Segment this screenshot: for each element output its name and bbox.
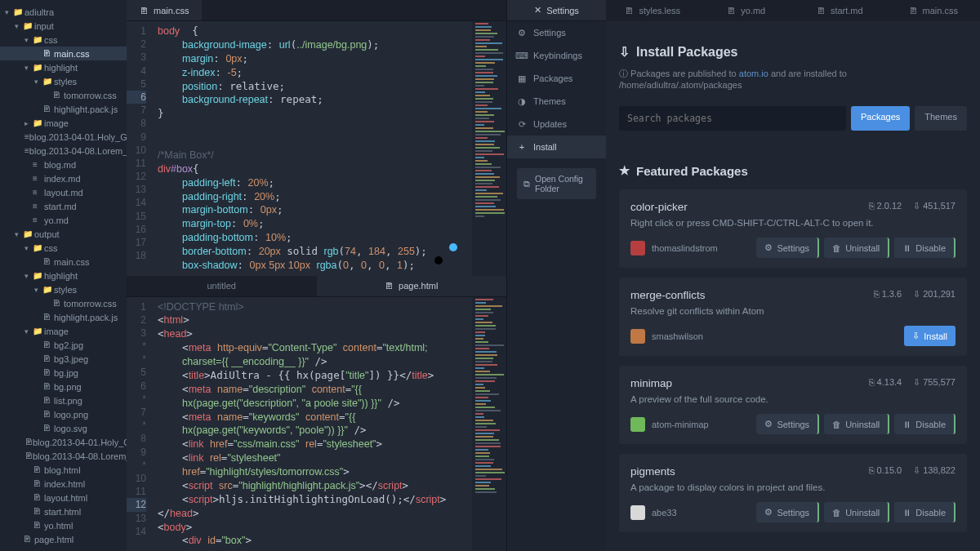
editor-pane-top[interactable]: 123456789101112131415161718 body { backg… bbox=[127, 21, 506, 276]
code-area[interactable]: body { background-image: url(../image/bg… bbox=[151, 21, 506, 276]
tree-item[interactable]: 🖹list.png bbox=[0, 393, 127, 407]
card-author[interactable]: thomaslindstrom bbox=[630, 241, 718, 256]
tree-item[interactable]: 🖹highlight.pack.js bbox=[0, 310, 127, 324]
tree-item[interactable]: ▾📁styles bbox=[0, 282, 127, 296]
tree-item[interactable]: 🖹blog.2013-04-08.Lorem_I… bbox=[0, 449, 127, 463]
tree-item[interactable]: 🖹highlight.pack.js bbox=[0, 102, 127, 116]
tree-item[interactable]: ≡yo.md bbox=[0, 213, 127, 227]
editor-pane-bottom[interactable]: 123**56*7*89*1011121314 <!DOCTYPE html> … bbox=[127, 297, 506, 552]
install-button[interactable]: ⇩Install bbox=[904, 326, 956, 346]
card-desc: A preview of the full source code. bbox=[630, 394, 956, 404]
card-author[interactable]: abe33 bbox=[630, 505, 677, 520]
package-card-merge-conflicts: ⎘ 1.3.6 ⇩ 201,291 merge-conflicts Resolv… bbox=[619, 278, 967, 356]
tree-item[interactable]: 🖹start.html bbox=[0, 504, 127, 518]
file-icon: 🖹 bbox=[817, 6, 826, 16]
tree-item[interactable]: ≡blog.md bbox=[0, 158, 127, 171]
card-author[interactable]: atom-minimap bbox=[630, 417, 709, 432]
uninstall-icon: 🗑 bbox=[832, 420, 841, 429]
uninstall-button[interactable]: 🗑Uninstall bbox=[824, 238, 889, 258]
packages-status: ⓘ Packages are published to atom.io and … bbox=[619, 68, 967, 90]
settings-nav-install[interactable]: +Install bbox=[507, 136, 606, 158]
tab-page-html[interactable]: 🖹page.html bbox=[317, 276, 507, 296]
tools-icon: ✕ bbox=[534, 5, 541, 16]
tree-item[interactable]: 🖹yo.html bbox=[0, 518, 127, 532]
tree-item[interactable]: 🖹layout.html bbox=[0, 491, 127, 504]
gutter: 123456789101112131415161718 bbox=[127, 21, 151, 276]
packages-panel: ⇩Install Packages ⓘ Packages are publish… bbox=[606, 21, 980, 551]
tree-item[interactable]: ≡index.md bbox=[0, 171, 127, 185]
keybindings-icon: ⌨ bbox=[517, 51, 527, 60]
settings-nav-keybindings[interactable]: ⌨Keybindings bbox=[507, 44, 606, 67]
themes-icon: ◑ bbox=[517, 96, 527, 106]
tree-item[interactable]: 🖹main.css bbox=[0, 255, 127, 269]
tree-item[interactable]: 🖹page.html bbox=[0, 532, 127, 546]
gutter: 123**56*7*89*1011121314 bbox=[127, 297, 151, 552]
settings-nav-packages[interactable]: ▦Packages bbox=[507, 67, 606, 90]
minimap[interactable] bbox=[472, 21, 506, 276]
tab-styles-less[interactable]: 🖹styles.less bbox=[606, 0, 700, 21]
search-input[interactable] bbox=[619, 106, 846, 131]
tree-item[interactable]: 🖹logo.png bbox=[0, 407, 127, 421]
tree-item[interactable]: 🖹tomorrow.css bbox=[0, 296, 127, 310]
tree-item[interactable]: ≡layout.md bbox=[0, 185, 127, 199]
card-desc: Right click or press CMD-SHIFT-C/CTRL-AL… bbox=[630, 218, 956, 228]
tab-yo-md[interactable]: 🖹yo.md bbox=[700, 0, 794, 21]
tab-main-css[interactable]: 🖹main.css bbox=[127, 0, 202, 20]
tree-item[interactable]: ▾📁input bbox=[0, 19, 127, 33]
minimap[interactable] bbox=[472, 297, 506, 552]
card-stats: ⎘ 0.15.0 ⇩ 138,822 bbox=[869, 465, 956, 476]
tab-start-md[interactable]: 🖹start.md bbox=[793, 0, 887, 21]
avatar bbox=[630, 329, 645, 344]
packages-filter-button[interactable]: Packages bbox=[851, 106, 910, 131]
card-stats: ⎘ 1.3.6 ⇩ 201,291 bbox=[874, 289, 956, 300]
uninstall-button[interactable]: 🗑Uninstall bbox=[824, 502, 889, 522]
settings-nav: ✕Settings ⚙Settings⌨Keybindings▦Packages… bbox=[506, 0, 606, 551]
themes-filter-button[interactable]: Themes bbox=[915, 106, 967, 131]
atom-io-link[interactable]: atom.io bbox=[739, 69, 768, 78]
tree-item[interactable]: ▾📁output bbox=[0, 227, 127, 241]
tree-item[interactable]: ▾📁highlight bbox=[0, 60, 127, 74]
uninstall-button[interactable]: 🗑Uninstall bbox=[824, 414, 889, 434]
tree-item[interactable]: 🖹index.html bbox=[0, 477, 127, 491]
code-area[interactable]: <!DOCTYPE html> <html> <head> <meta http… bbox=[151, 297, 506, 552]
featured-packages-title: ★Featured Packages bbox=[619, 163, 967, 178]
tree-item[interactable]: 🖹bg.png bbox=[0, 380, 127, 393]
package-card-pigments: ⎘ 0.15.0 ⇩ 138,822 pigments A package to… bbox=[619, 454, 967, 532]
settings-button[interactable]: ⚙Settings bbox=[756, 414, 819, 434]
tree-item[interactable]: 🖹bg.jpg bbox=[0, 366, 127, 380]
tree-item[interactable]: ≡start.md bbox=[0, 199, 127, 213]
tree-item[interactable]: 🖹logo.svg bbox=[0, 421, 127, 435]
tree-item[interactable]: ≡blog.2013-04-01.Holy_Gr… bbox=[0, 130, 127, 144]
settings-button[interactable]: ⚙Settings bbox=[756, 238, 819, 258]
tab-untitled[interactable]: untitled bbox=[127, 276, 317, 296]
tree-item[interactable]: 🖹bg2.jpg bbox=[0, 338, 127, 352]
disable-button[interactable]: ⏸Disable bbox=[894, 238, 956, 258]
tree-item[interactable]: 🖹tomorrow.css bbox=[0, 88, 127, 102]
tree-item[interactable]: 🖹blog.2013-04-01.Holy_Gr… bbox=[0, 435, 127, 449]
tree-item[interactable]: ▾📁adiultra bbox=[0, 5, 127, 19]
tree-item[interactable]: ▸📁image bbox=[0, 116, 127, 130]
open-config-folder-button[interactable]: ⧉Open Config Folder bbox=[517, 168, 596, 199]
settings-nav-updates[interactable]: ⟳Updates bbox=[507, 113, 606, 136]
settings-nav-themes[interactable]: ◑Themes bbox=[507, 90, 606, 113]
tree-item[interactable]: 🖹main.css bbox=[0, 47, 127, 60]
tree-item[interactable]: ▾📁highlight bbox=[0, 269, 127, 282]
download-icon: ⇩ bbox=[619, 44, 630, 60]
tab-main-css[interactable]: 🖹main.css bbox=[887, 0, 981, 21]
tree-item[interactable]: 🖹blog.html bbox=[0, 463, 127, 477]
tree-item[interactable]: 🖹bg3.jpeg bbox=[0, 352, 127, 366]
settings-button[interactable]: ⚙Settings bbox=[756, 502, 819, 522]
downloads: ⇩ 201,291 bbox=[913, 289, 956, 300]
tree-item[interactable]: ≡blog.2013-04-08.Lorem_I… bbox=[0, 144, 127, 158]
file-tree[interactable]: ▾📁adiultra▾📁input▾📁css🖹main.css▾📁highlig… bbox=[0, 0, 127, 551]
card-stats: ⎘ 2.0.12 ⇩ 451,517 bbox=[869, 201, 956, 211]
tree-item[interactable]: ▾📁css bbox=[0, 33, 127, 47]
card-author[interactable]: smashwilson bbox=[630, 329, 703, 344]
disable-button[interactable]: ⏸Disable bbox=[894, 414, 956, 434]
settings-nav-settings[interactable]: ⚙Settings bbox=[507, 21, 606, 44]
disable-button[interactable]: ⏸Disable bbox=[894, 502, 956, 522]
tree-item[interactable]: ▾📁image bbox=[0, 324, 127, 338]
updates-icon: ⟳ bbox=[517, 119, 527, 129]
tree-item[interactable]: ▾📁styles bbox=[0, 74, 127, 88]
tree-item[interactable]: ▾📁css bbox=[0, 241, 127, 255]
